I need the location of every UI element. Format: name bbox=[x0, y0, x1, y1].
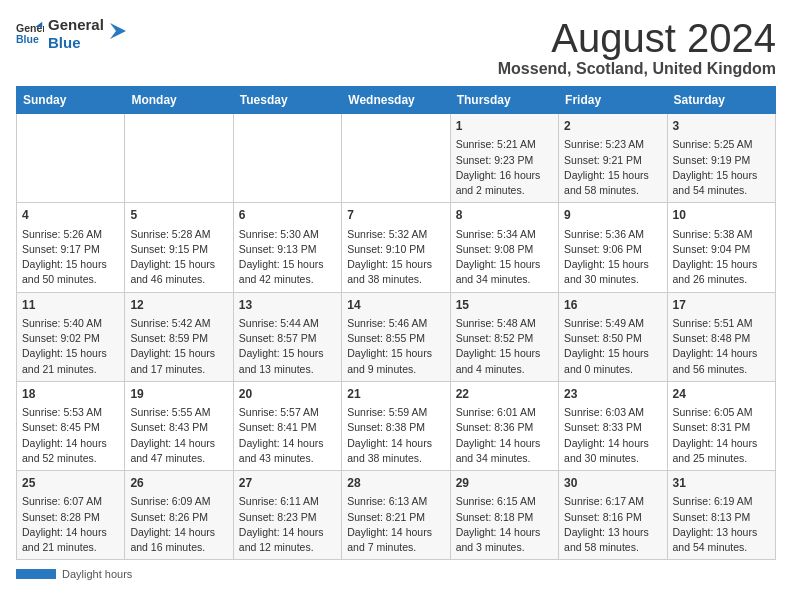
day-number: 14 bbox=[347, 297, 444, 314]
day-info: Sunrise: 6:19 AM Sunset: 8:13 PM Dayligh… bbox=[673, 495, 758, 553]
day-number: 17 bbox=[673, 297, 770, 314]
day-number: 18 bbox=[22, 386, 119, 403]
svg-text:Blue: Blue bbox=[16, 33, 39, 45]
calendar-cell: 31Sunrise: 6:19 AM Sunset: 8:13 PM Dayli… bbox=[667, 471, 775, 560]
day-info: Sunrise: 6:03 AM Sunset: 8:33 PM Dayligh… bbox=[564, 406, 649, 464]
day-number: 24 bbox=[673, 386, 770, 403]
day-number: 29 bbox=[456, 475, 553, 492]
day-info: Sunrise: 5:23 AM Sunset: 9:21 PM Dayligh… bbox=[564, 138, 649, 196]
calendar-cell: 22Sunrise: 6:01 AM Sunset: 8:36 PM Dayli… bbox=[450, 381, 558, 470]
calendar-week-4: 18Sunrise: 5:53 AM Sunset: 8:45 PM Dayli… bbox=[17, 381, 776, 470]
calendar-cell: 18Sunrise: 5:53 AM Sunset: 8:45 PM Dayli… bbox=[17, 381, 125, 470]
calendar-cell: 15Sunrise: 5:48 AM Sunset: 8:52 PM Dayli… bbox=[450, 292, 558, 381]
day-number: 6 bbox=[239, 207, 336, 224]
calendar-cell: 16Sunrise: 5:49 AM Sunset: 8:50 PM Dayli… bbox=[559, 292, 667, 381]
calendar-cell: 2Sunrise: 5:23 AM Sunset: 9:21 PM Daylig… bbox=[559, 114, 667, 203]
day-number: 21 bbox=[347, 386, 444, 403]
day-number: 26 bbox=[130, 475, 227, 492]
day-number: 16 bbox=[564, 297, 661, 314]
day-number: 7 bbox=[347, 207, 444, 224]
day-info: Sunrise: 5:49 AM Sunset: 8:50 PM Dayligh… bbox=[564, 317, 649, 375]
page-header: General Blue General Blue August 2024 Mo… bbox=[16, 16, 776, 78]
day-number: 22 bbox=[456, 386, 553, 403]
day-info: Sunrise: 6:07 AM Sunset: 8:28 PM Dayligh… bbox=[22, 495, 107, 553]
location-title: Mossend, Scotland, United Kingdom bbox=[498, 60, 776, 78]
calendar-cell: 10Sunrise: 5:38 AM Sunset: 9:04 PM Dayli… bbox=[667, 203, 775, 292]
day-number: 19 bbox=[130, 386, 227, 403]
logo-blue-text: Blue bbox=[48, 34, 104, 52]
day-info: Sunrise: 6:09 AM Sunset: 8:26 PM Dayligh… bbox=[130, 495, 215, 553]
day-info: Sunrise: 5:38 AM Sunset: 9:04 PM Dayligh… bbox=[673, 228, 758, 286]
calendar-cell: 27Sunrise: 6:11 AM Sunset: 8:23 PM Dayli… bbox=[233, 471, 341, 560]
day-number: 11 bbox=[22, 297, 119, 314]
day-number: 27 bbox=[239, 475, 336, 492]
day-info: Sunrise: 5:55 AM Sunset: 8:43 PM Dayligh… bbox=[130, 406, 215, 464]
day-number: 8 bbox=[456, 207, 553, 224]
day-info: Sunrise: 5:57 AM Sunset: 8:41 PM Dayligh… bbox=[239, 406, 324, 464]
day-info: Sunrise: 5:25 AM Sunset: 9:19 PM Dayligh… bbox=[673, 138, 758, 196]
calendar-cell: 23Sunrise: 6:03 AM Sunset: 8:33 PM Dayli… bbox=[559, 381, 667, 470]
day-info: Sunrise: 5:21 AM Sunset: 9:23 PM Dayligh… bbox=[456, 138, 541, 196]
calendar-cell: 5Sunrise: 5:28 AM Sunset: 9:15 PM Daylig… bbox=[125, 203, 233, 292]
calendar-cell: 13Sunrise: 5:44 AM Sunset: 8:57 PM Dayli… bbox=[233, 292, 341, 381]
day-info: Sunrise: 5:59 AM Sunset: 8:38 PM Dayligh… bbox=[347, 406, 432, 464]
column-header-friday: Friday bbox=[559, 87, 667, 114]
calendar-cell bbox=[342, 114, 450, 203]
calendar-cell: 21Sunrise: 5:59 AM Sunset: 8:38 PM Dayli… bbox=[342, 381, 450, 470]
calendar-week-3: 11Sunrise: 5:40 AM Sunset: 9:02 PM Dayli… bbox=[17, 292, 776, 381]
column-header-sunday: Sunday bbox=[17, 87, 125, 114]
day-number: 10 bbox=[673, 207, 770, 224]
day-number: 12 bbox=[130, 297, 227, 314]
column-header-tuesday: Tuesday bbox=[233, 87, 341, 114]
day-number: 23 bbox=[564, 386, 661, 403]
day-info: Sunrise: 5:28 AM Sunset: 9:15 PM Dayligh… bbox=[130, 228, 215, 286]
day-number: 3 bbox=[673, 118, 770, 135]
day-info: Sunrise: 5:42 AM Sunset: 8:59 PM Dayligh… bbox=[130, 317, 215, 375]
calendar-cell: 11Sunrise: 5:40 AM Sunset: 9:02 PM Dayli… bbox=[17, 292, 125, 381]
day-info: Sunrise: 6:13 AM Sunset: 8:21 PM Dayligh… bbox=[347, 495, 432, 553]
logo-arrow-icon bbox=[108, 21, 128, 41]
calendar-cell: 6Sunrise: 5:30 AM Sunset: 9:13 PM Daylig… bbox=[233, 203, 341, 292]
daylight-hours-label: Daylight hours bbox=[62, 568, 132, 580]
calendar-week-2: 4Sunrise: 5:26 AM Sunset: 9:17 PM Daylig… bbox=[17, 203, 776, 292]
day-info: Sunrise: 6:05 AM Sunset: 8:31 PM Dayligh… bbox=[673, 406, 758, 464]
calendar-cell bbox=[125, 114, 233, 203]
day-number: 15 bbox=[456, 297, 553, 314]
day-info: Sunrise: 5:53 AM Sunset: 8:45 PM Dayligh… bbox=[22, 406, 107, 464]
calendar-cell: 14Sunrise: 5:46 AM Sunset: 8:55 PM Dayli… bbox=[342, 292, 450, 381]
day-number: 31 bbox=[673, 475, 770, 492]
calendar-cell: 9Sunrise: 5:36 AM Sunset: 9:06 PM Daylig… bbox=[559, 203, 667, 292]
day-number: 9 bbox=[564, 207, 661, 224]
calendar-cell: 29Sunrise: 6:15 AM Sunset: 8:18 PM Dayli… bbox=[450, 471, 558, 560]
calendar-header-row: SundayMondayTuesdayWednesdayThursdayFrid… bbox=[17, 87, 776, 114]
calendar-table: SundayMondayTuesdayWednesdayThursdayFrid… bbox=[16, 86, 776, 560]
calendar-cell: 4Sunrise: 5:26 AM Sunset: 9:17 PM Daylig… bbox=[17, 203, 125, 292]
day-number: 4 bbox=[22, 207, 119, 224]
day-info: Sunrise: 5:46 AM Sunset: 8:55 PM Dayligh… bbox=[347, 317, 432, 375]
day-info: Sunrise: 5:36 AM Sunset: 9:06 PM Dayligh… bbox=[564, 228, 649, 286]
day-info: Sunrise: 5:51 AM Sunset: 8:48 PM Dayligh… bbox=[673, 317, 758, 375]
calendar-cell: 20Sunrise: 5:57 AM Sunset: 8:41 PM Dayli… bbox=[233, 381, 341, 470]
calendar-week-1: 1Sunrise: 5:21 AM Sunset: 9:23 PM Daylig… bbox=[17, 114, 776, 203]
column-header-monday: Monday bbox=[125, 87, 233, 114]
day-info: Sunrise: 6:11 AM Sunset: 8:23 PM Dayligh… bbox=[239, 495, 324, 553]
column-header-saturday: Saturday bbox=[667, 87, 775, 114]
logo: General Blue General Blue bbox=[16, 16, 128, 52]
calendar-cell bbox=[17, 114, 125, 203]
day-number: 1 bbox=[456, 118, 553, 135]
column-header-wednesday: Wednesday bbox=[342, 87, 450, 114]
day-info: Sunrise: 5:40 AM Sunset: 9:02 PM Dayligh… bbox=[22, 317, 107, 375]
calendar-cell: 8Sunrise: 5:34 AM Sunset: 9:08 PM Daylig… bbox=[450, 203, 558, 292]
day-info: Sunrise: 6:01 AM Sunset: 8:36 PM Dayligh… bbox=[456, 406, 541, 464]
day-number: 28 bbox=[347, 475, 444, 492]
column-header-thursday: Thursday bbox=[450, 87, 558, 114]
calendar-cell: 17Sunrise: 5:51 AM Sunset: 8:48 PM Dayli… bbox=[667, 292, 775, 381]
day-info: Sunrise: 5:48 AM Sunset: 8:52 PM Dayligh… bbox=[456, 317, 541, 375]
calendar-cell: 12Sunrise: 5:42 AM Sunset: 8:59 PM Dayli… bbox=[125, 292, 233, 381]
day-info: Sunrise: 5:26 AM Sunset: 9:17 PM Dayligh… bbox=[22, 228, 107, 286]
day-info: Sunrise: 5:44 AM Sunset: 8:57 PM Dayligh… bbox=[239, 317, 324, 375]
calendar-cell: 25Sunrise: 6:07 AM Sunset: 8:28 PM Dayli… bbox=[17, 471, 125, 560]
title-block: August 2024 Mossend, Scotland, United Ki… bbox=[498, 16, 776, 78]
calendar-cell bbox=[233, 114, 341, 203]
calendar-cell: 26Sunrise: 6:09 AM Sunset: 8:26 PM Dayli… bbox=[125, 471, 233, 560]
